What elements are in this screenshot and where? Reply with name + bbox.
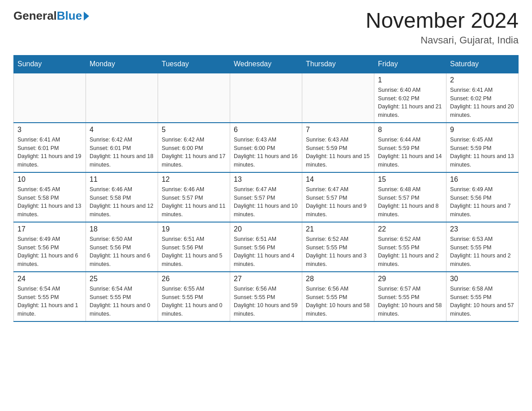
calendar-cell: 21Sunrise: 6:52 AMSunset: 5:55 PMDayligh… [302, 222, 374, 272]
calendar-cell: 14Sunrise: 6:47 AMSunset: 5:57 PMDayligh… [302, 172, 374, 222]
day-number: 29 [378, 275, 442, 283]
calendar-cell: 9Sunrise: 6:45 AMSunset: 5:59 PMDaylight… [446, 123, 519, 172]
logo-blue-text: Blue [57, 9, 82, 23]
logo: General Blue [13, 9, 89, 23]
day-info: Sunrise: 6:55 AMSunset: 5:55 PMDaylight:… [162, 285, 226, 318]
day-info: Sunrise: 6:42 AMSunset: 6:00 PMDaylight:… [162, 136, 226, 169]
calendar-week-row: 17Sunrise: 6:49 AMSunset: 5:56 PMDayligh… [14, 222, 519, 272]
title-block: November 2024 Navsari, Gujarat, India [365, 9, 519, 46]
calendar-cell: 26Sunrise: 6:55 AMSunset: 5:55 PMDayligh… [158, 272, 230, 321]
day-info: Sunrise: 6:41 AMSunset: 6:01 PMDaylight:… [17, 136, 82, 169]
day-info: Sunrise: 6:53 AMSunset: 5:55 PMDaylight:… [450, 235, 515, 269]
calendar-cell: 15Sunrise: 6:48 AMSunset: 5:57 PMDayligh… [374, 172, 446, 222]
day-number: 25 [90, 275, 154, 283]
calendar-cell [86, 73, 158, 123]
day-number: 19 [162, 225, 226, 233]
calendar-cell: 25Sunrise: 6:54 AMSunset: 5:55 PMDayligh… [86, 272, 158, 321]
calendar-cell: 28Sunrise: 6:56 AMSunset: 5:55 PMDayligh… [302, 272, 374, 321]
day-info: Sunrise: 6:40 AMSunset: 6:02 PMDaylight:… [378, 86, 442, 120]
calendar-cell: 29Sunrise: 6:57 AMSunset: 5:55 PMDayligh… [374, 272, 446, 321]
day-info: Sunrise: 6:47 AMSunset: 5:57 PMDaylight:… [306, 185, 370, 219]
day-number: 27 [234, 275, 298, 283]
day-number: 24 [17, 275, 82, 283]
calendar-table: SundayMondayTuesdayWednesdayThursdayFrid… [13, 55, 519, 322]
day-number: 8 [378, 126, 442, 134]
day-info: Sunrise: 6:50 AMSunset: 5:56 PMDaylight:… [90, 235, 154, 269]
calendar-cell: 1Sunrise: 6:40 AMSunset: 6:02 PMDaylight… [374, 73, 446, 123]
weekday-header-thursday: Thursday [302, 55, 374, 73]
day-number: 15 [378, 176, 442, 184]
day-number: 9 [450, 126, 515, 134]
day-info: Sunrise: 6:45 AMSunset: 5:59 PMDaylight:… [450, 136, 515, 169]
day-number: 20 [234, 225, 298, 233]
calendar-cell: 19Sunrise: 6:51 AMSunset: 5:56 PMDayligh… [158, 222, 230, 272]
calendar-cell: 11Sunrise: 6:46 AMSunset: 5:58 PMDayligh… [86, 172, 158, 222]
calendar-cell: 7Sunrise: 6:43 AMSunset: 5:59 PMDaylight… [302, 123, 374, 172]
calendar-cell: 4Sunrise: 6:42 AMSunset: 6:01 PMDaylight… [86, 123, 158, 172]
day-number: 26 [162, 275, 226, 283]
location-subtitle: Navsari, Gujarat, India [365, 34, 519, 46]
day-info: Sunrise: 6:54 AMSunset: 5:55 PMDaylight:… [90, 285, 154, 318]
day-number: 5 [162, 126, 226, 134]
calendar-cell: 18Sunrise: 6:50 AMSunset: 5:56 PMDayligh… [86, 222, 158, 272]
day-number: 10 [17, 176, 82, 184]
day-info: Sunrise: 6:56 AMSunset: 5:55 PMDaylight:… [306, 285, 370, 318]
day-number: 11 [90, 176, 154, 184]
calendar-cell: 12Sunrise: 6:46 AMSunset: 5:57 PMDayligh… [158, 172, 230, 222]
day-number: 7 [306, 126, 370, 134]
day-number: 18 [90, 225, 154, 233]
logo-arrow-icon [84, 12, 89, 21]
day-number: 14 [306, 176, 370, 184]
day-info: Sunrise: 6:54 AMSunset: 5:55 PMDaylight:… [17, 285, 82, 318]
calendar-cell [230, 73, 302, 123]
day-number: 12 [162, 176, 226, 184]
calendar-week-row: 10Sunrise: 6:45 AMSunset: 5:58 PMDayligh… [14, 172, 519, 222]
day-info: Sunrise: 6:52 AMSunset: 5:55 PMDaylight:… [306, 235, 370, 269]
day-info: Sunrise: 6:41 AMSunset: 6:02 PMDaylight:… [450, 86, 515, 120]
day-number: 3 [17, 126, 82, 134]
day-info: Sunrise: 6:57 AMSunset: 5:55 PMDaylight:… [378, 285, 442, 318]
calendar-cell: 30Sunrise: 6:58 AMSunset: 5:55 PMDayligh… [446, 272, 519, 321]
day-number: 16 [450, 176, 515, 184]
day-number: 13 [234, 176, 298, 184]
weekday-header-wednesday: Wednesday [230, 55, 302, 73]
calendar-cell: 3Sunrise: 6:41 AMSunset: 6:01 PMDaylight… [14, 123, 86, 172]
calendar-cell: 22Sunrise: 6:52 AMSunset: 5:55 PMDayligh… [374, 222, 446, 272]
day-number: 1 [378, 76, 442, 84]
day-number: 6 [234, 126, 298, 134]
day-info: Sunrise: 6:51 AMSunset: 5:56 PMDaylight:… [234, 235, 298, 269]
weekday-header-saturday: Saturday [446, 55, 519, 73]
calendar-week-row: 24Sunrise: 6:54 AMSunset: 5:55 PMDayligh… [14, 272, 519, 321]
day-info: Sunrise: 6:49 AMSunset: 5:56 PMDaylight:… [17, 235, 82, 269]
calendar-week-row: 3Sunrise: 6:41 AMSunset: 6:01 PMDaylight… [14, 123, 519, 172]
page-header: General Blue November 2024 Navsari, Guja… [13, 9, 519, 46]
calendar-cell: 10Sunrise: 6:45 AMSunset: 5:58 PMDayligh… [14, 172, 86, 222]
day-number: 28 [306, 275, 370, 283]
day-number: 17 [17, 225, 82, 233]
calendar-cell [158, 73, 230, 123]
day-info: Sunrise: 6:43 AMSunset: 5:59 PMDaylight:… [306, 136, 370, 169]
day-info: Sunrise: 6:51 AMSunset: 5:56 PMDaylight:… [162, 235, 226, 269]
calendar-header-row: SundayMondayTuesdayWednesdayThursdayFrid… [14, 55, 519, 73]
calendar-cell [302, 73, 374, 123]
calendar-cell [14, 73, 86, 123]
day-info: Sunrise: 6:47 AMSunset: 5:57 PMDaylight:… [234, 185, 298, 219]
day-number: 22 [378, 225, 442, 233]
day-info: Sunrise: 6:44 AMSunset: 5:59 PMDaylight:… [378, 136, 442, 169]
weekday-header-monday: Monday [86, 55, 158, 73]
calendar-cell: 2Sunrise: 6:41 AMSunset: 6:02 PMDaylight… [446, 73, 519, 123]
calendar-cell: 6Sunrise: 6:43 AMSunset: 6:00 PMDaylight… [230, 123, 302, 172]
day-info: Sunrise: 6:46 AMSunset: 5:58 PMDaylight:… [90, 185, 154, 219]
weekday-header-friday: Friday [374, 55, 446, 73]
day-info: Sunrise: 6:52 AMSunset: 5:55 PMDaylight:… [378, 235, 442, 269]
calendar-cell: 13Sunrise: 6:47 AMSunset: 5:57 PMDayligh… [230, 172, 302, 222]
day-number: 4 [90, 126, 154, 134]
day-info: Sunrise: 6:45 AMSunset: 5:58 PMDaylight:… [17, 185, 82, 219]
calendar-cell: 23Sunrise: 6:53 AMSunset: 5:55 PMDayligh… [446, 222, 519, 272]
calendar-cell: 8Sunrise: 6:44 AMSunset: 5:59 PMDaylight… [374, 123, 446, 172]
day-info: Sunrise: 6:48 AMSunset: 5:57 PMDaylight:… [378, 185, 442, 219]
calendar-cell: 17Sunrise: 6:49 AMSunset: 5:56 PMDayligh… [14, 222, 86, 272]
weekday-header-sunday: Sunday [14, 55, 86, 73]
day-info: Sunrise: 6:56 AMSunset: 5:55 PMDaylight:… [234, 285, 298, 318]
calendar-cell: 20Sunrise: 6:51 AMSunset: 5:56 PMDayligh… [230, 222, 302, 272]
